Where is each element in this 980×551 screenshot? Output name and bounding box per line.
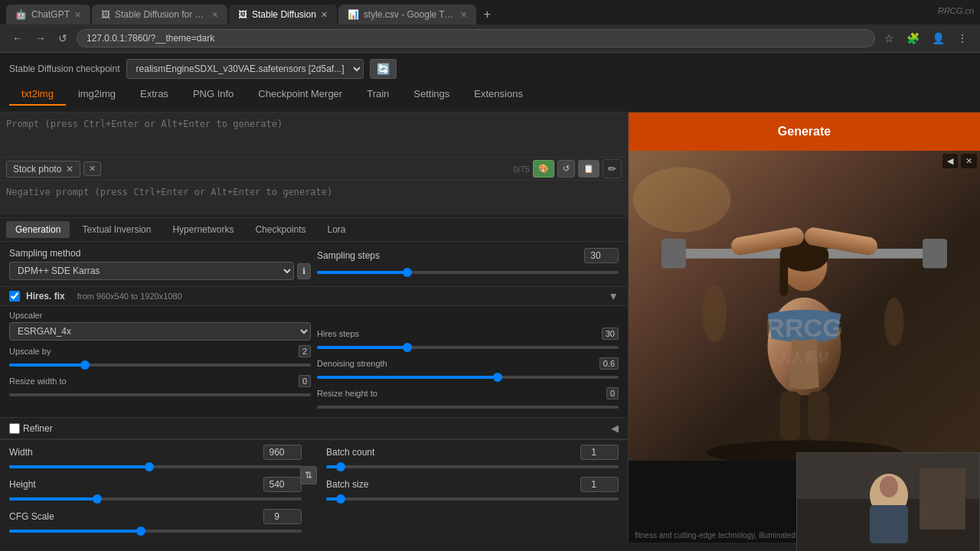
batch-count-label: Batch count <box>326 447 374 458</box>
batch-size-thumb[interactable] <box>336 494 345 504</box>
hires-label: Hires. fix <box>26 291 65 302</box>
nav-tab-txt2img[interactable]: txt2img <box>9 83 66 106</box>
svg-text:RRCG: RRCG <box>766 313 842 342</box>
upscaler-select[interactable]: ESRGAN_4x <box>9 322 311 341</box>
hires-steps-thumb[interactable] <box>403 343 412 352</box>
style-tag-close[interactable]: ✕ <box>66 164 74 174</box>
svg-point-13 <box>702 285 727 343</box>
height-input[interactable] <box>263 477 302 492</box>
svg-rect-4 <box>923 239 947 268</box>
tab-close-style-csv[interactable]: ✕ <box>460 10 467 20</box>
nav-tab-settings[interactable]: Settings <box>401 83 462 106</box>
svg-rect-8 <box>780 255 789 295</box>
upscaler-label: Upscaler <box>9 311 311 320</box>
tab-close-sd-main[interactable]: ✕ <box>321 10 328 20</box>
edit-prompt-btn[interactable]: ✏ <box>603 159 622 178</box>
refiner-checkbox[interactable] <box>9 423 20 434</box>
width-thumb[interactable] <box>145 462 154 471</box>
checkpoint-label: Stable Diffusion checkpoint <box>9 64 120 74</box>
svg-text:人人素材: 人人素材 <box>779 350 831 364</box>
cycle-icon-btn[interactable]: ↺ <box>557 160 575 178</box>
tab-chatgpt[interactable]: 🤖 ChatGPT ✕ <box>6 5 90 24</box>
negative-prompt[interactable] <box>0 181 628 215</box>
upscale-by-thumb[interactable] <box>80 360 90 370</box>
hires-steps-label: Hires steps <box>317 329 597 338</box>
hires-expand-btn[interactable]: ▼ <box>608 290 619 302</box>
generated-image: RRCG 人人素材 <box>629 151 980 461</box>
sub-tab-generation[interactable]: Generation <box>6 221 70 238</box>
sampling-steps-input[interactable] <box>584 248 619 263</box>
video-overlay <box>796 452 980 551</box>
paste-icon-btn[interactable]: 📋 <box>578 160 599 178</box>
refiner-collapse-btn[interactable]: ◀ <box>611 422 619 434</box>
denoising-label: Denoising strength <box>317 359 595 368</box>
svg-rect-24 <box>920 468 965 530</box>
sampling-info-btn[interactable]: ℹ <box>297 263 311 279</box>
tab-close-chatgpt[interactable]: ✕ <box>74 10 81 20</box>
image-prev-btn[interactable]: ◀ <box>942 154 958 168</box>
positive-prompt[interactable] <box>0 112 628 157</box>
sub-tab-hypernetworks[interactable]: Hypernetworks <box>163 221 243 238</box>
more-button[interactable]: ⋮ <box>954 31 971 46</box>
height-label: Height <box>9 479 36 490</box>
reload-button[interactable]: ↺ <box>55 31 70 46</box>
address-bar[interactable] <box>77 29 875 47</box>
nav-tab-checkpoint[interactable]: Checkpoint Merger <box>246 83 354 106</box>
forward-button[interactable]: → <box>32 31 49 46</box>
sd-work-icon: 🖼 <box>101 9 110 20</box>
back-button[interactable]: ← <box>9 31 26 46</box>
tab-close-sd-work[interactable]: ✕ <box>211 10 218 20</box>
nav-tab-pnginfo[interactable]: PNG Info <box>181 83 246 106</box>
sampling-steps-label: Sampling steps <box>317 250 380 261</box>
refresh-button[interactable]: 🔄 <box>370 59 397 79</box>
sub-tab-textual[interactable]: Textual Inversion <box>73 221 160 238</box>
new-tab-button[interactable]: + <box>478 5 497 24</box>
swap-dimensions-btn[interactable]: ⇅ <box>300 466 317 484</box>
nav-tab-img2img[interactable]: img2img <box>66 83 128 106</box>
svg-rect-12 <box>808 391 829 440</box>
hires-range: from 960x540 to 1920x1080 <box>77 292 182 301</box>
svg-rect-27 <box>870 505 908 543</box>
nav-tab-train[interactable]: Train <box>354 83 401 106</box>
width-input[interactable] <box>263 445 302 460</box>
chatgpt-icon: 🤖 <box>15 9 27 20</box>
tab-style-csv[interactable]: 📊 style.csv - Google Trang tính ✕ <box>338 5 476 24</box>
tab-sd-work[interactable]: 🖼 Stable Diffusion for work - G... ✕ <box>92 5 227 24</box>
add-style-button[interactable]: ✕ <box>83 161 101 176</box>
svg-rect-11 <box>780 391 801 440</box>
svg-point-15 <box>633 167 731 232</box>
color-icon-btn[interactable]: 🎨 <box>533 160 554 178</box>
batch-size-input[interactable] <box>580 477 619 492</box>
denoising-thumb[interactable] <box>493 373 502 382</box>
resize-height-label: Resize height to <box>317 389 602 398</box>
sub-tab-checkpoints[interactable]: Checkpoints <box>246 221 315 238</box>
cfg-label: CFG Scale <box>9 511 54 522</box>
extensions-button[interactable]: 🧩 <box>903 31 923 46</box>
batch-size-label: Batch size <box>326 479 368 490</box>
hires-checkbox[interactable] <box>9 291 20 302</box>
tab-sd-main[interactable]: 🖼 Stable Diffusion ✕ <box>229 5 337 24</box>
cfg-input[interactable] <box>263 509 302 524</box>
style-tag: Stock photo ✕ <box>6 161 80 178</box>
nav-tab-extensions[interactable]: Extensions <box>462 83 535 106</box>
sub-tab-lora[interactable]: Lora <box>318 221 355 238</box>
image-next-btn[interactable]: ✕ <box>961 154 977 168</box>
sampling-method-label: Sampling method <box>9 248 311 259</box>
bookmark-button[interactable]: ☆ <box>881 31 897 46</box>
prompt-counter: 0/75 <box>514 165 530 174</box>
nav-tab-extras[interactable]: Extras <box>128 83 181 106</box>
sampling-method-select[interactable]: DPM++ SDE Karras <box>9 262 294 280</box>
profile-button[interactable]: 👤 <box>929 31 948 46</box>
resize-height-value: 0 <box>606 387 619 399</box>
height-thumb[interactable] <box>93 494 102 504</box>
generate-button[interactable]: Generate <box>629 112 980 151</box>
batch-count-thumb[interactable] <box>336 462 345 471</box>
svg-point-26 <box>880 476 898 497</box>
svg-rect-3 <box>662 239 686 268</box>
upscale-by-label: Upscale by <box>9 347 294 356</box>
hires-steps-value: 30 <box>602 328 619 340</box>
cfg-thumb[interactable] <box>136 527 145 536</box>
checkpoint-select[interactable]: realismEngineSDXL_v30VAE.safetensors [2d… <box>126 59 364 79</box>
sampling-steps-thumb[interactable] <box>403 268 412 277</box>
batch-count-input[interactable] <box>580 445 619 460</box>
